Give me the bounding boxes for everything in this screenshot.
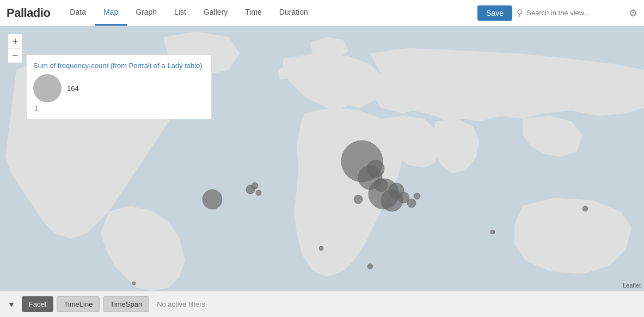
map-bubble <box>132 282 136 285</box>
no-filters-label: No active filters <box>157 300 205 308</box>
search-box: ⚲ <box>517 8 624 18</box>
tab-list[interactable]: List <box>165 0 195 26</box>
map-bubble <box>367 160 384 178</box>
header: Palladio Data Map Graph List Gallery Tim… <box>0 0 644 26</box>
header-right: Save ⚲ ⚙ <box>477 5 637 21</box>
search-input[interactable] <box>526 9 624 17</box>
timespan-tab[interactable]: TimeSpan <box>103 296 149 312</box>
timeline-tab[interactable]: TimeLine <box>57 296 100 312</box>
app-logo: Palladio <box>7 6 50 20</box>
map-bubble <box>252 182 258 189</box>
map-bubble <box>407 199 416 208</box>
legend-title: Sum of frequency-count (from Portrait of… <box>33 62 203 70</box>
tab-gallery[interactable]: Gallery <box>195 0 236 26</box>
map-bubble <box>256 190 261 196</box>
facet-tab[interactable]: Facet <box>22 296 54 312</box>
map-bubble <box>203 190 222 209</box>
legend-max-value: 164 <box>67 84 79 93</box>
zoom-controls: + − <box>8 34 23 63</box>
tab-graph[interactable]: Graph <box>127 0 165 26</box>
legend-circle-row: 164 <box>33 74 203 102</box>
map-container[interactable]: + − Sum of frequency-count (from Portrai… <box>0 26 644 291</box>
zoom-in-button[interactable]: + <box>8 34 22 48</box>
legend-min-value: 1 <box>34 105 203 112</box>
map-bubble <box>582 206 588 211</box>
tab-data[interactable]: Data <box>61 0 95 26</box>
map-bubble <box>490 230 495 234</box>
save-button[interactable]: Save <box>477 5 512 21</box>
chevron-button[interactable]: ▼ <box>4 298 19 311</box>
tab-time[interactable]: Time <box>236 0 271 26</box>
legend-circle-large <box>33 74 62 102</box>
nav-tabs: Data Map Graph List Gallery Time Duratio… <box>61 0 477 26</box>
map-legend: Sum of frequency-count (from Portrait of… <box>26 54 212 119</box>
leaflet-attribution: Leaflet <box>623 282 641 289</box>
tab-map[interactable]: Map <box>95 0 127 26</box>
bottom-bar: ▼ Facet TimeLine TimeSpan No active filt… <box>0 291 644 317</box>
zoom-out-button[interactable]: − <box>8 48 22 63</box>
tab-duration[interactable]: Duration <box>271 0 317 26</box>
map-bubble <box>354 195 363 204</box>
map-bubble <box>367 264 373 269</box>
map-bubble <box>414 193 420 199</box>
search-icon: ⚲ <box>517 8 523 18</box>
map-bubble <box>319 246 323 251</box>
gear-icon[interactable]: ⚙ <box>629 7 637 19</box>
